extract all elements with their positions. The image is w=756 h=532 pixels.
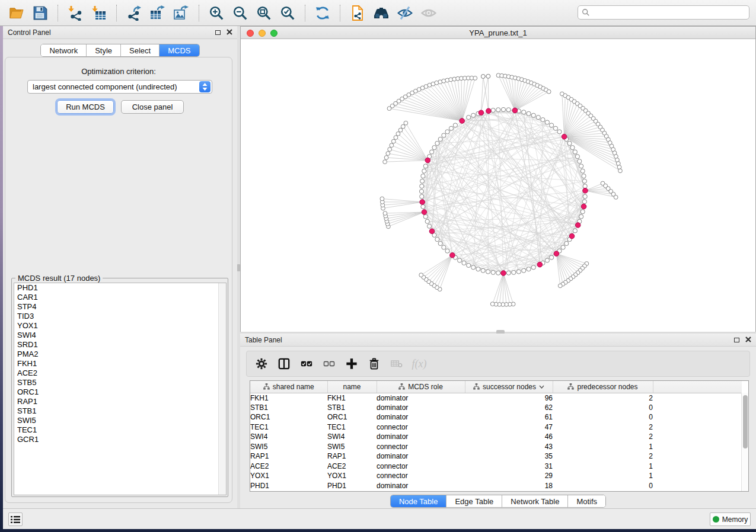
graph-node[interactable] — [527, 267, 531, 271]
graph-node[interactable] — [522, 110, 526, 114]
zoom-in-icon[interactable] — [206, 4, 227, 23]
cell-MCDS-role[interactable]: connector — [377, 442, 465, 452]
cell-MCDS-role[interactable]: dominator — [377, 393, 465, 403]
graph-node[interactable] — [573, 229, 577, 233]
graph-node[interactable] — [442, 133, 446, 137]
tab-edge-table[interactable]: Edge Table — [446, 495, 502, 507]
graph-node[interactable] — [445, 249, 449, 253]
graph-leaf-node[interactable] — [473, 76, 477, 81]
mcds-result-item[interactable]: CAR1 — [14, 293, 226, 302]
graph-node[interactable] — [527, 111, 531, 116]
graph-leaf-node[interactable] — [618, 169, 623, 173]
graph-node[interactable] — [496, 108, 500, 112]
cell-predecessor-nodes[interactable]: 2 — [553, 422, 653, 432]
graph-hub-node-STP4[interactable] — [422, 210, 427, 215]
export-table-icon[interactable] — [148, 4, 168, 23]
cell-successor-nodes[interactable]: 35 — [465, 451, 553, 462]
mcds-result-item[interactable]: SWI4 — [14, 331, 226, 340]
graph-node[interactable] — [491, 108, 495, 113]
graph-node[interactable] — [578, 159, 582, 164]
graph-node[interactable] — [575, 155, 579, 159]
graph-node[interactable] — [462, 261, 466, 265]
graph-node[interactable] — [573, 150, 577, 154]
graph-leaf-node[interactable] — [384, 156, 388, 160]
export-network-icon[interactable] — [124, 4, 144, 23]
mcds-result-item[interactable]: ACE2 — [14, 368, 226, 378]
column-visibility-icon[interactable] — [275, 355, 293, 373]
graph-node[interactable] — [419, 189, 423, 193]
maximize-window-icon[interactable] — [270, 30, 277, 37]
graph-node[interactable] — [583, 184, 587, 188]
search-input[interactable] — [593, 8, 745, 17]
add-icon[interactable] — [343, 355, 361, 373]
graph-node[interactable] — [422, 169, 426, 173]
graph-node[interactable] — [467, 116, 471, 120]
cell-predecessor-nodes[interactable]: 1 — [553, 471, 653, 481]
graph-node[interactable] — [420, 194, 424, 198]
cell-predecessor-nodes[interactable]: 2 — [553, 432, 653, 442]
graph-node[interactable] — [458, 258, 462, 262]
import-network-icon[interactable] — [65, 4, 85, 23]
graph-node[interactable] — [445, 130, 449, 134]
cell-predecessor-nodes[interactable]: 2 — [553, 451, 653, 462]
graph-node[interactable] — [582, 200, 586, 204]
cell-shared-name[interactable]: TEC1 — [250, 422, 327, 432]
graph-leaf-node[interactable] — [404, 121, 408, 125]
graph-node[interactable] — [449, 126, 453, 130]
graph-leaf-node[interactable] — [486, 74, 490, 78]
cell-MCDS-role[interactable]: dominator — [377, 412, 465, 422]
graph-node[interactable] — [512, 270, 516, 274]
graph-leaf-node[interactable] — [380, 197, 384, 201]
run-mcds-button[interactable]: Run MCDS — [57, 100, 114, 114]
mcds-result-item[interactable]: TEC1 — [14, 425, 226, 435]
graph-leaf-node[interactable] — [391, 139, 395, 143]
graph-node[interactable] — [425, 219, 429, 223]
new-network-from-selection-icon[interactable] — [347, 4, 368, 23]
graph-node[interactable] — [435, 238, 439, 242]
graph-leaf-node[interactable] — [614, 196, 618, 200]
find-icon[interactable] — [371, 4, 391, 23]
graph-leaf-node[interactable] — [383, 160, 387, 164]
column-header-predecessor-nodes[interactable]: predecessor nodes — [553, 381, 653, 393]
graph-leaf-node[interactable] — [390, 143, 394, 148]
cell-name[interactable]: ACE2 — [327, 462, 377, 472]
graph-node[interactable] — [561, 245, 565, 249]
graph-node[interactable] — [438, 241, 442, 245]
mcds-result-item[interactable]: YOX1 — [14, 321, 226, 331]
graph-node[interactable] — [557, 130, 562, 134]
graph-leaf-node[interactable] — [388, 148, 392, 152]
zoom-out-icon[interactable] — [230, 4, 250, 23]
graph-node[interactable] — [476, 267, 480, 271]
cell-name[interactable]: TEC1 — [327, 422, 377, 432]
tab-mcds[interactable]: MCDS — [160, 44, 199, 56]
mcds-result-item[interactable]: GCR1 — [14, 435, 226, 444]
graph-leaf-node[interactable] — [481, 75, 485, 79]
cell-successor-nodes[interactable]: 43 — [465, 442, 553, 452]
cell-successor-nodes[interactable]: 31 — [465, 462, 553, 472]
cell-MCDS-role[interactable]: connector — [377, 462, 465, 472]
cell-successor-nodes[interactable]: 29 — [465, 471, 553, 481]
graph-node[interactable] — [570, 146, 575, 150]
graph-node[interactable] — [531, 113, 535, 117]
graph-leaf-node[interactable] — [401, 124, 405, 129]
graph-node[interactable] — [491, 270, 495, 274]
import-table-icon[interactable] — [89, 4, 109, 23]
cell-name[interactable]: YOX1 — [327, 471, 377, 481]
cell-successor-nodes[interactable]: 18 — [465, 481, 553, 491]
graph-leaf-node[interactable] — [419, 273, 423, 277]
graph-hub-node-SRD1[interactable] — [537, 262, 543, 267]
cell-name[interactable]: ORC1 — [327, 412, 377, 422]
cell-successor-nodes[interactable]: 62 — [465, 403, 553, 413]
graph-node[interactable] — [442, 245, 446, 249]
tab-motifs[interactable]: Motifs — [568, 495, 605, 507]
task-history-button[interactable] — [8, 512, 23, 526]
graph-hub-node-STB5[interactable] — [575, 223, 580, 228]
graph-node[interactable] — [435, 141, 439, 145]
graph-hub-node-RAP1[interactable] — [425, 158, 430, 163]
table-row[interactable]: YOX1YOX1connector291 — [250, 471, 742, 481]
open-file-icon[interactable] — [7, 4, 27, 23]
refresh-icon[interactable] — [312, 4, 333, 23]
export-image-icon[interactable] — [171, 4, 192, 23]
graph-node[interactable] — [428, 224, 432, 228]
graph-node[interactable] — [506, 271, 511, 275]
